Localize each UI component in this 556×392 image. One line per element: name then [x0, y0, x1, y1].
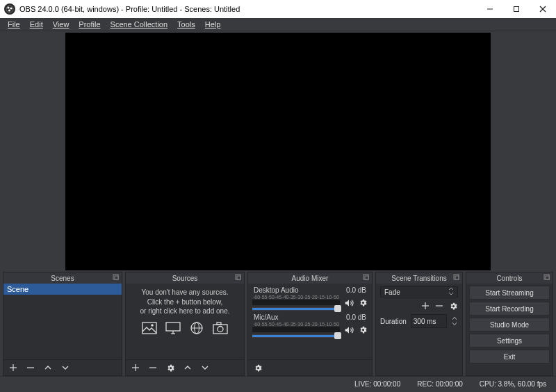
mixer-channel: Mic/Aux0.0 dB-60-55-50-45-40-35-30-25-20… — [248, 313, 372, 338]
add-source-button[interactable] — [131, 363, 140, 373]
svg-rect-30 — [365, 276, 368, 279]
app-icon — [4, 3, 15, 15]
transition-select[interactable]: Fade — [380, 286, 458, 297]
settings-button[interactable]: Settings — [469, 334, 550, 348]
sources-empty-line: You don't have any sources. — [130, 288, 240, 297]
close-button[interactable] — [530, 0, 556, 18]
scenes-list[interactable]: Scene — [3, 284, 122, 359]
camera-icon — [212, 320, 229, 336]
transition-selected: Fade — [384, 288, 400, 296]
source-properties-button[interactable] — [165, 363, 175, 373]
studio-mode-button[interactable]: Studio Mode — [469, 318, 550, 332]
duration-spinner[interactable]: 300 ms — [411, 314, 447, 328]
svg-point-3 — [8, 9, 10, 11]
dock-transitions-title: Scene Transitions — [391, 275, 447, 282]
remove-source-button[interactable] — [148, 363, 158, 373]
status-cpu: CPU: 3.8%, 60.00 fps — [480, 380, 546, 388]
exit-button[interactable]: Exit — [469, 350, 550, 364]
volume-slider[interactable] — [252, 307, 340, 311]
menu-edit[interactable]: Edit — [25, 19, 48, 29]
sources-empty-line: or right click here to add one. — [130, 307, 240, 316]
popout-icon[interactable] — [453, 274, 460, 281]
preview-canvas[interactable] — [65, 33, 491, 270]
transition-properties-button[interactable] — [448, 301, 458, 311]
menu-help[interactable]: Help — [200, 19, 226, 29]
svg-point-25 — [218, 326, 223, 332]
menu-scene-collection[interactable]: Scene Collection — [106, 19, 173, 29]
status-live: LIVE: 00:00:00 — [354, 380, 400, 388]
svg-point-1 — [7, 6, 9, 8]
menu-view[interactable]: View — [48, 19, 74, 29]
status-rec: REC: 00:00:00 — [417, 380, 463, 388]
mixer-settings-button[interactable] — [253, 363, 263, 373]
dock-sources-header: Sources — [126, 272, 244, 284]
spinner-up-button[interactable] — [451, 316, 458, 321]
move-scene-down-button[interactable] — [60, 363, 70, 373]
audio-meter — [252, 327, 340, 332]
popout-icon[interactable] — [113, 274, 120, 281]
maximize-button[interactable] — [503, 0, 530, 18]
move-scene-up-button[interactable] — [43, 363, 53, 373]
dock-controls-title: Controls — [496, 275, 522, 282]
sources-hint-icons — [130, 320, 240, 336]
menubar: File Edit View Profile Scene Collection … — [0, 18, 556, 31]
popout-icon[interactable] — [235, 274, 242, 281]
move-source-up-button[interactable] — [183, 363, 193, 373]
dock-scenes: Scenes Scene — [3, 272, 122, 376]
window-titlebar: OBS 24.0.0 (64-bit, windows) - Profile: … — [0, 0, 556, 18]
dock-sources-title: Sources — [172, 275, 198, 282]
move-source-down-button[interactable] — [200, 363, 210, 373]
window-title: OBS 24.0.0 (64-bit, windows) - Profile: … — [19, 5, 477, 13]
svg-rect-24 — [217, 322, 221, 325]
monitor-icon — [165, 320, 181, 336]
channel-name: Mic/Aux — [254, 313, 279, 321]
image-icon — [141, 320, 158, 336]
menu-tools[interactable]: Tools — [172, 19, 200, 29]
volume-slider[interactable] — [252, 334, 340, 338]
mixer-body: Desktop Audio0.0 dB-60-55-50-45-40-35-30… — [248, 284, 372, 359]
sources-toolbar — [126, 359, 244, 375]
svg-rect-14 — [237, 276, 240, 279]
scenes-toolbar — [3, 359, 122, 375]
remove-transition-button[interactable] — [434, 301, 444, 311]
sources-empty-area[interactable]: You don't have any sources. Click the + … — [126, 284, 244, 359]
mute-button[interactable] — [344, 298, 354, 308]
dock-mixer-header: Audio Mixer — [248, 272, 372, 284]
dock-audio-mixer: Audio Mixer Desktop Audio0.0 dB-60-55-50… — [247, 272, 373, 376]
svg-rect-32 — [455, 276, 459, 279]
scene-item[interactable]: Scene — [3, 284, 122, 295]
sources-empty-line: Click the + button below, — [130, 297, 240, 307]
duration-value: 300 ms — [414, 318, 436, 325]
start-streaming-button[interactable]: Start Streaming — [469, 286, 550, 300]
svg-point-16 — [151, 324, 154, 327]
remove-scene-button[interactable] — [26, 363, 35, 373]
channel-name: Desktop Audio — [254, 286, 299, 294]
controls-body: Start Streaming Start Recording Studio M… — [466, 284, 553, 366]
channel-settings-button[interactable] — [358, 325, 368, 335]
add-scene-button[interactable] — [8, 363, 18, 373]
dock-transitions-header: Scene Transitions — [376, 272, 462, 284]
meter-ticks: -60-55-50-45-40-35-30-25-20-15-10-50 — [252, 295, 340, 300]
svg-rect-5 — [514, 7, 519, 12]
svg-rect-9 — [115, 276, 118, 279]
svg-rect-15 — [142, 322, 156, 334]
globe-icon — [188, 320, 205, 336]
mixer-toolbar — [248, 359, 372, 375]
svg-point-2 — [10, 7, 12, 9]
svg-rect-37 — [546, 276, 549, 279]
channel-db: 0.0 dB — [346, 286, 366, 294]
popout-icon[interactable] — [363, 274, 370, 281]
menu-profile[interactable]: Profile — [74, 19, 105, 29]
spinner-down-button[interactable] — [451, 321, 458, 327]
channel-db: 0.0 dB — [346, 313, 366, 321]
popout-icon[interactable] — [543, 274, 550, 281]
channel-settings-button[interactable] — [358, 298, 368, 308]
docks-row: Scenes Scene Sources You don't have any … — [0, 272, 556, 376]
chevron-up-down-icon — [448, 287, 454, 297]
minimize-button[interactable] — [477, 0, 503, 18]
meter-ticks: -60-55-50-45-40-35-30-25-20-15-10-50 — [252, 322, 340, 327]
mute-button[interactable] — [344, 325, 354, 335]
menu-file[interactable]: File — [3, 19, 25, 29]
add-transition-button[interactable] — [420, 301, 430, 311]
start-recording-button[interactable]: Start Recording — [469, 302, 550, 316]
